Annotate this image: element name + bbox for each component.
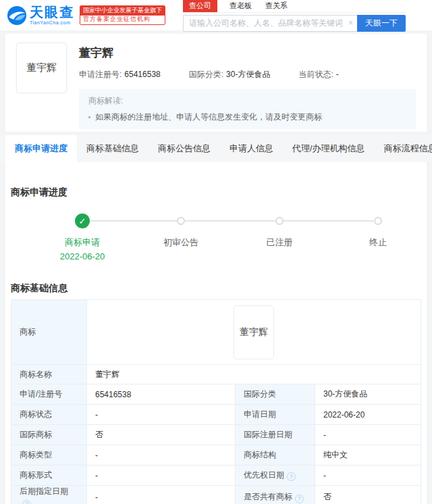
notice-title: 商标解读: bbox=[88, 95, 406, 107]
check-icon: ✓ bbox=[75, 213, 90, 228]
badge-line1: 国家中小企业发展子基金旗下 bbox=[80, 6, 165, 16]
table-row: 商标形式 - 优先权日期? - bbox=[11, 465, 421, 486]
basic-info-table: 商标 董宇辉 商标名称 董宇辉 申请/注册号 65416538 国际分类 30-… bbox=[11, 299, 421, 504]
main-content: 商标申请进度 ✓ 商标申请 2022-06-20 初审公告 已注册 终止 商标基… bbox=[5, 162, 427, 504]
intl-class-field: 国际分类:30-方便食品 bbox=[189, 69, 271, 80]
search-tab-boss[interactable]: 查老板 bbox=[228, 0, 253, 12]
certification-badge: 国家中小企业发展子基金旗下 官方备案企业征信机构 bbox=[80, 5, 165, 24]
step-date: 2022-06-20 bbox=[60, 251, 105, 261]
logo-title: 天眼查 bbox=[30, 5, 74, 19]
tab-agency-info[interactable]: 代理/办理机构信息 bbox=[283, 135, 375, 162]
search-button[interactable]: 天眼一下 bbox=[357, 15, 406, 32]
table-row: 商标类型 - 商标结构 纯中文 bbox=[11, 445, 421, 465]
table-row: 后期指定日期? - 是否共有商标? 否 bbox=[11, 486, 421, 504]
badge-line2: 官方备案企业征信机构 bbox=[80, 16, 165, 24]
trademark-image: 董宇辉 bbox=[16, 43, 67, 93]
logo-domain: TianYanCha.com bbox=[30, 20, 74, 25]
tab-basic-info[interactable]: 商标基础信息 bbox=[77, 135, 148, 162]
search-input[interactable] bbox=[183, 15, 357, 32]
help-icon[interactable]: ? bbox=[295, 495, 304, 503]
search-type-tabs: 查公司 查老板 查关系 bbox=[183, 0, 406, 13]
tab-application-progress[interactable]: 商标申请进度 bbox=[5, 135, 77, 162]
trademark-notice-box: 商标解读: 如果商标的注册地址、申请人等信息发生变化，请及时变更商标 bbox=[79, 89, 416, 129]
table-row: 商标状态 - 申请日期 2022-06-20 bbox=[11, 405, 421, 425]
table-row: 国际商标 否 国际注册日期 - bbox=[11, 425, 421, 445]
tab-announcement-info[interactable]: 商标公告信息 bbox=[148, 135, 220, 162]
search-tab-company[interactable]: 查公司 bbox=[183, 0, 217, 12]
bullet-dot bbox=[88, 116, 90, 118]
tab-applicant-info[interactable]: 申请人信息 bbox=[220, 135, 283, 162]
notice-item: 如果商标的注册地址、申请人等信息发生变化，请及时变更商标 bbox=[88, 111, 406, 123]
progress-stepper: ✓ 商标申请 2022-06-20 初审公告 已注册 终止 bbox=[11, 213, 421, 262]
help-icon[interactable]: ? bbox=[22, 500, 31, 504]
registration-number-field: 申请注册号:65416538 bbox=[79, 69, 161, 80]
table-row: 申请/注册号 65416538 国际分类 30-方便食品 bbox=[11, 384, 421, 405]
current-status-field: 当前状态:- bbox=[298, 69, 338, 80]
search-area: 查公司 查老板 查关系 × 天眼一下 bbox=[183, 0, 406, 32]
step-terminated: 终止 bbox=[329, 213, 427, 261]
tianyancha-eye-icon bbox=[7, 5, 27, 26]
step-application: ✓ 商标申请 2022-06-20 bbox=[33, 213, 132, 261]
table-row: 商标名称 董宇辉 bbox=[11, 365, 421, 384]
page-title: 董宇辉 bbox=[79, 45, 416, 61]
search-tab-relation[interactable]: 查关系 bbox=[264, 0, 289, 12]
clear-icon[interactable]: × bbox=[348, 18, 353, 28]
top-header: 天眼查 TianYanCha.com 国家中小企业发展子基金旗下 官方备案企业征… bbox=[0, 0, 432, 30]
table-row: 商标 董宇辉 bbox=[11, 300, 421, 365]
basic-info-heading: 商标基础信息 bbox=[11, 282, 421, 295]
trademark-summary-card: 董宇辉 董宇辉 申请注册号:65416538 国际分类:30-方便食品 当前状态… bbox=[5, 34, 427, 132]
tianyancha-logo[interactable]: 天眼查 TianYanCha.com bbox=[7, 5, 74, 26]
tab-process-info[interactable]: 商标流程信息 bbox=[375, 135, 432, 162]
step-circle-icon bbox=[275, 217, 284, 225]
step-preliminary-announcement: 初审公告 bbox=[132, 213, 230, 261]
section-tabbar: 商标申请进度 商标基础信息 商标公告信息 申请人信息 代理/办理机构信息 商标流… bbox=[0, 135, 432, 162]
help-icon[interactable]: ? bbox=[287, 472, 296, 481]
step-registered: 已注册 bbox=[230, 213, 329, 261]
trademark-image: 董宇辉 bbox=[234, 305, 274, 359]
progress-heading: 商标申请进度 bbox=[11, 162, 421, 199]
step-circle-icon bbox=[177, 217, 185, 225]
step-circle-icon bbox=[374, 217, 382, 225]
